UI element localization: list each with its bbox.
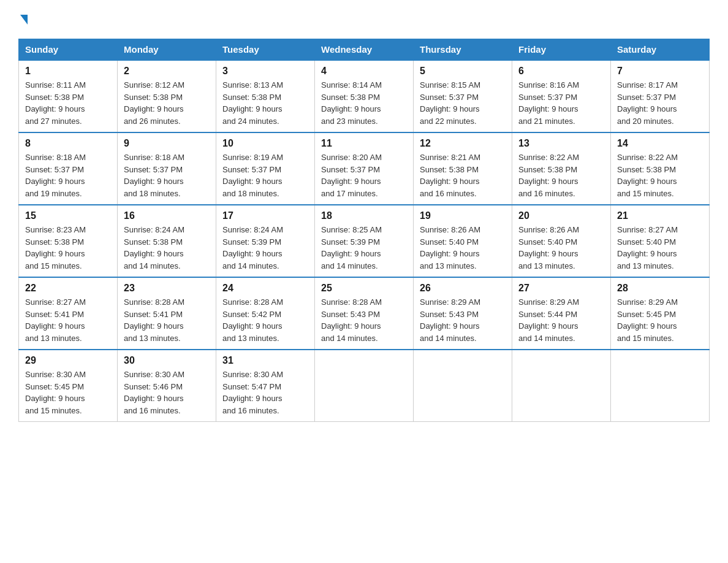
day-info: Sunrise: 8:17 AM Sunset: 5:37 PM Dayligh…	[617, 79, 703, 127]
calendar-cell: 12 Sunrise: 8:21 AM Sunset: 5:38 PM Dayl…	[414, 132, 512, 205]
calendar-cell: 23 Sunrise: 8:28 AM Sunset: 5:41 PM Dayl…	[118, 277, 216, 350]
calendar-cell: 16 Sunrise: 8:24 AM Sunset: 5:38 PM Dayl…	[118, 205, 216, 277]
day-info: Sunrise: 8:12 AM Sunset: 5:38 PM Dayligh…	[124, 79, 210, 127]
day-number: 7	[617, 66, 703, 77]
day-info: Sunrise: 8:29 AM Sunset: 5:43 PM Dayligh…	[420, 296, 506, 344]
header-row: SundayMondayTuesdayWednesdayThursdayFrid…	[19, 39, 710, 61]
calendar-cell: 31 Sunrise: 8:30 AM Sunset: 5:47 PM Dayl…	[216, 350, 315, 422]
calendar-cell: 19 Sunrise: 8:26 AM Sunset: 5:40 PM Dayl…	[414, 205, 512, 277]
day-number: 11	[321, 138, 407, 149]
day-info: Sunrise: 8:28 AM Sunset: 5:43 PM Dayligh…	[321, 296, 407, 344]
day-info: Sunrise: 8:29 AM Sunset: 5:44 PM Dayligh…	[518, 296, 604, 344]
day-number: 23	[124, 283, 210, 294]
day-number: 19	[420, 210, 506, 221]
day-info: Sunrise: 8:16 AM Sunset: 5:37 PM Dayligh…	[518, 79, 604, 127]
day-number: 30	[124, 355, 210, 366]
day-number: 1	[25, 66, 111, 77]
day-number: 2	[124, 66, 210, 77]
day-info: Sunrise: 8:13 AM Sunset: 5:38 PM Dayligh…	[222, 79, 308, 127]
day-number: 27	[518, 283, 604, 294]
logo	[18, 12, 28, 28]
day-info: Sunrise: 8:30 AM Sunset: 5:45 PM Dayligh…	[25, 369, 111, 416]
day-number: 17	[222, 210, 308, 221]
calendar-cell: 22 Sunrise: 8:27 AM Sunset: 5:41 PM Dayl…	[19, 277, 118, 350]
day-number: 28	[617, 283, 703, 294]
day-info: Sunrise: 8:27 AM Sunset: 5:41 PM Dayligh…	[25, 296, 111, 344]
calendar-cell: 13 Sunrise: 8:22 AM Sunset: 5:38 PM Dayl…	[512, 132, 611, 205]
calendar-cell: 26 Sunrise: 8:29 AM Sunset: 5:43 PM Dayl…	[414, 277, 512, 350]
calendar-cell: 11 Sunrise: 8:20 AM Sunset: 5:37 PM Dayl…	[315, 132, 414, 205]
day-info: Sunrise: 8:11 AM Sunset: 5:38 PM Dayligh…	[25, 79, 111, 127]
day-info: Sunrise: 8:24 AM Sunset: 5:38 PM Dayligh…	[124, 224, 210, 272]
calendar-cell: 20 Sunrise: 8:26 AM Sunset: 5:40 PM Dayl…	[512, 205, 611, 277]
logo-triangle-icon	[20, 15, 28, 25]
day-number: 31	[222, 355, 308, 366]
day-number: 24	[222, 283, 308, 294]
week-row-1: 1 Sunrise: 8:11 AM Sunset: 5:38 PM Dayli…	[19, 60, 710, 132]
day-info: Sunrise: 8:30 AM Sunset: 5:46 PM Dayligh…	[124, 369, 210, 416]
calendar-cell: 4 Sunrise: 8:14 AM Sunset: 5:38 PM Dayli…	[315, 60, 414, 132]
calendar-cell	[414, 350, 512, 422]
col-header-saturday: Saturday	[611, 39, 710, 61]
day-number: 13	[518, 138, 604, 149]
day-number: 20	[518, 210, 604, 221]
day-number: 29	[25, 355, 111, 366]
calendar-cell: 9 Sunrise: 8:18 AM Sunset: 5:37 PM Dayli…	[118, 132, 216, 205]
day-info: Sunrise: 8:18 AM Sunset: 5:37 PM Dayligh…	[124, 151, 210, 199]
day-info: Sunrise: 8:27 AM Sunset: 5:40 PM Dayligh…	[617, 224, 703, 272]
col-header-tuesday: Tuesday	[216, 39, 315, 61]
calendar-cell: 7 Sunrise: 8:17 AM Sunset: 5:37 PM Dayli…	[611, 60, 710, 132]
day-number: 3	[222, 66, 308, 77]
week-row-5: 29 Sunrise: 8:30 AM Sunset: 5:45 PM Dayl…	[19, 350, 710, 422]
calendar-cell	[315, 350, 414, 422]
day-info: Sunrise: 8:21 AM Sunset: 5:38 PM Dayligh…	[420, 151, 506, 199]
day-number: 25	[321, 283, 407, 294]
week-row-2: 8 Sunrise: 8:18 AM Sunset: 5:37 PM Dayli…	[19, 132, 710, 205]
day-number: 12	[420, 138, 506, 149]
calendar-cell: 2 Sunrise: 8:12 AM Sunset: 5:38 PM Dayli…	[118, 60, 216, 132]
day-info: Sunrise: 8:26 AM Sunset: 5:40 PM Dayligh…	[420, 224, 506, 272]
calendar-cell: 30 Sunrise: 8:30 AM Sunset: 5:46 PM Dayl…	[118, 350, 216, 422]
day-number: 4	[321, 66, 407, 77]
calendar-cell	[611, 350, 710, 422]
week-row-4: 22 Sunrise: 8:27 AM Sunset: 5:41 PM Dayl…	[19, 277, 710, 350]
day-info: Sunrise: 8:22 AM Sunset: 5:38 PM Dayligh…	[617, 151, 703, 199]
day-number: 16	[124, 210, 210, 221]
calendar-cell: 5 Sunrise: 8:15 AM Sunset: 5:37 PM Dayli…	[414, 60, 512, 132]
calendar-cell: 1 Sunrise: 8:11 AM Sunset: 5:38 PM Dayli…	[19, 60, 118, 132]
calendar-cell: 15 Sunrise: 8:23 AM Sunset: 5:38 PM Dayl…	[19, 205, 118, 277]
calendar-cell: 3 Sunrise: 8:13 AM Sunset: 5:38 PM Dayli…	[216, 60, 315, 132]
page-header	[18, 12, 710, 28]
calendar-table: SundayMondayTuesdayWednesdayThursdayFrid…	[18, 39, 710, 422]
day-number: 10	[222, 138, 308, 149]
col-header-wednesday: Wednesday	[315, 39, 414, 61]
day-number: 26	[420, 283, 506, 294]
col-header-monday: Monday	[118, 39, 216, 61]
calendar-cell: 29 Sunrise: 8:30 AM Sunset: 5:45 PM Dayl…	[19, 350, 118, 422]
calendar-cell: 21 Sunrise: 8:27 AM Sunset: 5:40 PM Dayl…	[611, 205, 710, 277]
calendar-cell: 8 Sunrise: 8:18 AM Sunset: 5:37 PM Dayli…	[19, 132, 118, 205]
day-info: Sunrise: 8:24 AM Sunset: 5:39 PM Dayligh…	[222, 224, 308, 272]
day-number: 5	[420, 66, 506, 77]
calendar-cell: 6 Sunrise: 8:16 AM Sunset: 5:37 PM Dayli…	[512, 60, 611, 132]
day-info: Sunrise: 8:22 AM Sunset: 5:38 PM Dayligh…	[518, 151, 604, 199]
day-number: 9	[124, 138, 210, 149]
calendar-cell: 18 Sunrise: 8:25 AM Sunset: 5:39 PM Dayl…	[315, 205, 414, 277]
day-info: Sunrise: 8:18 AM Sunset: 5:37 PM Dayligh…	[25, 151, 111, 199]
col-header-sunday: Sunday	[19, 39, 118, 61]
col-header-friday: Friday	[512, 39, 611, 61]
day-number: 15	[25, 210, 111, 221]
week-row-3: 15 Sunrise: 8:23 AM Sunset: 5:38 PM Dayl…	[19, 205, 710, 277]
day-info: Sunrise: 8:30 AM Sunset: 5:47 PM Dayligh…	[222, 369, 308, 416]
day-number: 22	[25, 283, 111, 294]
calendar-cell: 25 Sunrise: 8:28 AM Sunset: 5:43 PM Dayl…	[315, 277, 414, 350]
calendar-cell: 14 Sunrise: 8:22 AM Sunset: 5:38 PM Dayl…	[611, 132, 710, 205]
col-header-thursday: Thursday	[414, 39, 512, 61]
day-info: Sunrise: 8:26 AM Sunset: 5:40 PM Dayligh…	[518, 224, 604, 272]
calendar-cell: 17 Sunrise: 8:24 AM Sunset: 5:39 PM Dayl…	[216, 205, 315, 277]
calendar-cell: 24 Sunrise: 8:28 AM Sunset: 5:42 PM Dayl…	[216, 277, 315, 350]
day-info: Sunrise: 8:19 AM Sunset: 5:37 PM Dayligh…	[222, 151, 308, 199]
day-number: 6	[518, 66, 604, 77]
calendar-cell: 10 Sunrise: 8:19 AM Sunset: 5:37 PM Dayl…	[216, 132, 315, 205]
day-info: Sunrise: 8:20 AM Sunset: 5:37 PM Dayligh…	[321, 151, 407, 199]
